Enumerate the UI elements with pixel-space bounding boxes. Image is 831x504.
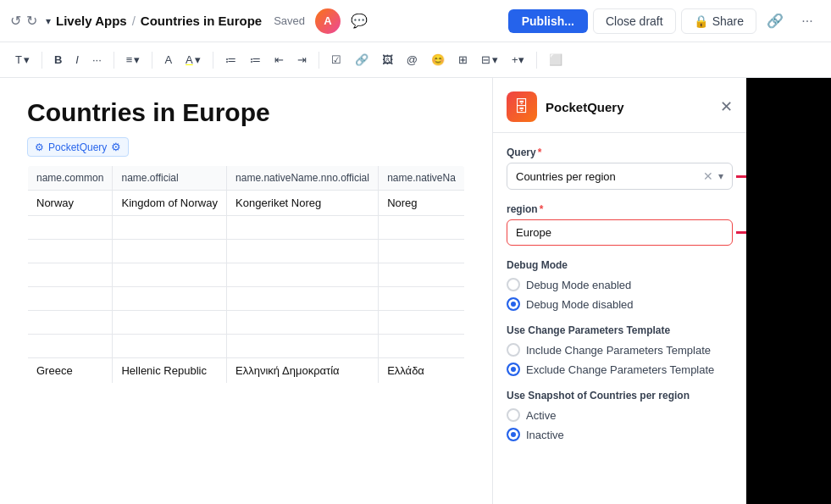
table-cell-empty-3-0 xyxy=(28,287,113,311)
region-field: region * xyxy=(507,203,733,246)
active-radio[interactable] xyxy=(507,408,520,422)
region-field-label: region * xyxy=(507,203,733,215)
main-area: Countries in Europe ⚙ PocketQuery ⚙ name… xyxy=(0,78,831,504)
debug-disabled-radio[interactable] xyxy=(507,297,520,311)
text-icon: T xyxy=(15,53,22,66)
highlight-button[interactable]: A ▾ xyxy=(180,50,206,69)
table-row-empty xyxy=(28,311,465,335)
table-cell-empty-0-1 xyxy=(113,216,227,240)
columns-button[interactable]: ⊟ ▾ xyxy=(476,50,503,69)
query-required-marker: * xyxy=(538,147,542,158)
bold-button[interactable]: B xyxy=(49,50,67,69)
table-row-empty xyxy=(28,263,465,287)
exclude-change-label: Exclude Change Parameters Template xyxy=(526,363,714,376)
table-button[interactable]: ⊞ xyxy=(453,50,473,69)
pocketquery-badge[interactable]: ⚙ PocketQuery ⚙ xyxy=(27,137,129,157)
table-row-empty xyxy=(28,287,465,311)
chat-icon-button[interactable]: 💬 xyxy=(346,8,373,35)
region-input-wrapper xyxy=(507,219,733,246)
frame-button[interactable]: ⬜ xyxy=(544,50,568,69)
table-cell-empty-5-2 xyxy=(227,335,379,358)
include-change-option[interactable]: Include Change Parameters Template xyxy=(507,343,733,357)
query-field: Query * Countries per region ✕ ▾ xyxy=(507,147,733,190)
pq-badge-icon: ⚙ xyxy=(35,141,44,153)
table-row-empty xyxy=(28,335,465,358)
number-list-button[interactable]: ≔ xyxy=(245,50,266,69)
table-cell-empty-1-2 xyxy=(227,240,379,263)
inactive-option[interactable]: Inactive xyxy=(507,428,733,441)
chevron-down-icon[interactable]: ▾ xyxy=(718,170,723,182)
red-arrow-region xyxy=(736,227,746,239)
italic-button[interactable]: I xyxy=(70,50,84,69)
change-params-section: Use Change Parameters Template Include C… xyxy=(507,324,733,376)
close-draft-button[interactable]: Close draft xyxy=(593,8,676,34)
debug-enabled-option[interactable]: Debug Mode enabled xyxy=(507,278,733,291)
link-button[interactable]: 🔗 xyxy=(350,50,374,69)
table-cell-empty-2-3 xyxy=(379,263,465,287)
exclude-change-radio[interactable] xyxy=(507,363,520,376)
debug-disabled-option[interactable]: Debug Mode disabled xyxy=(507,297,733,311)
lock-icon: 🔒 xyxy=(694,14,708,28)
table-row-empty xyxy=(28,240,465,263)
topbar: ↺ ↻ ▾ Lively Apps / Countries in Europe … xyxy=(0,0,831,42)
bullet-list-button[interactable]: ≔ xyxy=(220,50,241,69)
panel-header: 🗄 PocketQuery ✕ xyxy=(493,78,746,133)
breadcrumb-sep: / xyxy=(132,14,136,28)
indent-button[interactable]: ⇤ xyxy=(269,50,289,69)
avatar[interactable]: A xyxy=(315,8,341,34)
outdent-button[interactable]: ⇥ xyxy=(292,50,312,69)
panel-body: Query * Countries per region ✕ ▾ xyxy=(493,133,746,455)
toolbar-separator-3 xyxy=(152,52,152,69)
chevron-down-icon[interactable]: ▾ xyxy=(46,15,51,27)
align-button[interactable]: ≡ ▾ xyxy=(121,50,146,69)
table-cell-1-0: Greece xyxy=(28,358,113,384)
mention-button[interactable]: @ xyxy=(402,50,423,69)
panel-close-button[interactable]: ✕ xyxy=(720,99,733,114)
query-select-value: Countries per region xyxy=(516,170,698,183)
clear-icon[interactable]: ✕ xyxy=(703,169,713,183)
table-cell-empty-5-3 xyxy=(379,335,465,358)
share-button[interactable]: 🔒 Share xyxy=(681,8,756,34)
table-cell-empty-2-1 xyxy=(113,263,227,287)
link-icon-button[interactable]: 🔗 xyxy=(762,8,789,35)
change-params-radio-group: Include Change Parameters Template Exclu… xyxy=(507,343,733,376)
publish-button[interactable]: Publish... xyxy=(508,9,588,33)
text-style-button[interactable]: T ▾ xyxy=(10,50,35,69)
pq-badge-settings-icon[interactable]: ⚙ xyxy=(111,141,121,153)
table-cell-empty-4-1 xyxy=(113,311,227,335)
exclude-change-option[interactable]: Exclude Change Parameters Template xyxy=(507,363,733,376)
table-row: NorwayKingdom of NorwayKongeriket NoregN… xyxy=(28,191,465,216)
more-format-button[interactable]: ··· xyxy=(87,50,107,69)
toolbar-separator-4 xyxy=(213,52,213,69)
table-cell-empty-3-3 xyxy=(379,287,465,311)
table-cell-empty-2-0 xyxy=(28,263,113,287)
undo-button[interactable]: ↺ xyxy=(10,13,21,29)
table-cell-empty-2-2 xyxy=(227,263,379,287)
app-name[interactable]: Lively Apps xyxy=(56,14,127,28)
debug-enabled-radio[interactable] xyxy=(507,278,520,291)
active-option[interactable]: Active xyxy=(507,408,733,422)
table-cell-0-1: Kingdom of Norway xyxy=(113,191,227,216)
align-icon: ≡ xyxy=(126,53,133,66)
table-cell-0-2: Kongeriket Noreg xyxy=(227,191,379,216)
redo-button[interactable]: ↻ xyxy=(26,13,37,29)
page-title: Countries in Europe xyxy=(27,98,465,127)
emoji-button[interactable]: 😊 xyxy=(426,50,450,69)
query-select[interactable]: Countries per region ✕ ▾ xyxy=(507,163,733,190)
image-button[interactable]: 🖼 xyxy=(377,50,398,69)
font-color-button[interactable]: A xyxy=(159,50,177,69)
table-row: GreeceHellenic RepublicΕλληνική Δημοκρατ… xyxy=(28,358,465,384)
checkbox-button[interactable]: ☑ xyxy=(326,50,346,69)
include-change-radio[interactable] xyxy=(507,343,520,357)
editor-area[interactable]: Countries in Europe ⚙ PocketQuery ⚙ name… xyxy=(0,78,492,504)
insert-button[interactable]: +▾ xyxy=(507,50,529,69)
chevron-down-icon: ▾ xyxy=(492,53,498,66)
data-table: name.common name.official name.nativeNam… xyxy=(27,165,465,384)
region-input[interactable] xyxy=(507,219,733,246)
pocketquery-panel: 🗄 PocketQuery ✕ Query * Countries per r xyxy=(492,78,746,504)
table-cell-empty-3-2 xyxy=(227,287,379,311)
toolbar-separator-6 xyxy=(536,52,537,69)
debug-enabled-label: Debug Mode enabled xyxy=(526,279,631,291)
inactive-radio[interactable] xyxy=(507,428,520,441)
more-icon-button[interactable]: ··· xyxy=(794,8,821,35)
